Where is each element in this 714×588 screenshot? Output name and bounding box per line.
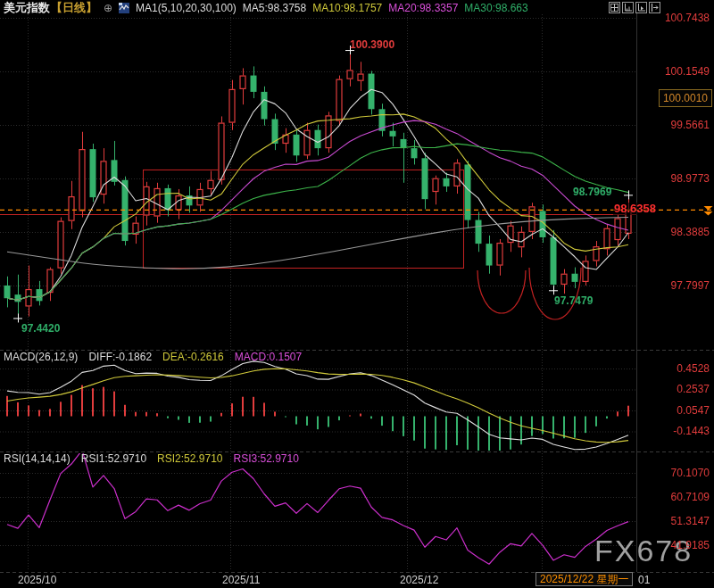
selected-date-box: 2025/12/22 星期一 (536, 572, 633, 586)
ma10-value-label: MA10:98.1757 (312, 2, 382, 14)
rsi2-value-label: RSI2:52.9710 (157, 452, 222, 465)
macd-axis-label: -0.1443 (673, 426, 710, 436)
chart-canvas[interactable] (0, 0, 714, 588)
rsi-axis-label: 51.3147 (671, 516, 710, 526)
exit-icon[interactable] (649, 2, 660, 13)
price-axis-label: 100.7438 (665, 12, 710, 23)
price-axis-label: 100.1549 (665, 66, 710, 77)
rsi-settings-label: RSI(14,14,14) (4, 452, 71, 465)
symbol-title: 美元指数 (4, 0, 50, 16)
rsi-title-row: RSI(14,14,14) RSI1:52.9710 RSI2:52.9710 … (4, 452, 299, 465)
price-marker-icon (703, 205, 713, 217)
chart-toolbar (609, 2, 660, 13)
period-selector[interactable]: 【日线】 (51, 0, 97, 16)
x-axis-suffix-label: 01 (638, 574, 650, 586)
chart-app: 美元指数 【日线】 ⊕ MA1(5,10,20,30,100) MA5:98.3… (0, 0, 714, 588)
rsi3-value-label: RSI3:52.9710 (234, 452, 299, 465)
x-axis-label: 2025/10 (18, 574, 56, 586)
price-axis-label: 97.7997 (671, 280, 710, 291)
macd-axis-label: 0.0547 (677, 405, 710, 416)
price-axis-label: 98.9773 (671, 173, 710, 184)
ma30-value-label: MA30:98.663 (464, 2, 527, 14)
circle-plus-icon[interactable]: ⊕ (104, 2, 112, 14)
first-low-annotation: 97.4420 (21, 323, 60, 335)
mini-chart-icon[interactable] (119, 3, 129, 13)
price-axis-label: 98.3885 (671, 227, 710, 237)
tile-windows-icon[interactable] (609, 2, 620, 13)
chart-play-icon[interactable] (635, 2, 647, 13)
macd-bar-label: MACD:0.1507 (235, 351, 302, 363)
macd-dea-label: DEA:-0.2616 (162, 351, 224, 363)
macd-diff-label: DIFF:-0.1862 (88, 351, 152, 363)
last-price-label: 98.6358 (613, 203, 657, 215)
high-price-annotation: 100.3900 (350, 39, 394, 51)
prev-close-price-box: 100.0010 (659, 89, 712, 107)
ma20-value-label: MA20:98.3357 (388, 2, 458, 14)
x-axis-label: 2025/11 (222, 574, 261, 586)
macd-settings-label: MACD(26,12,9) (4, 351, 78, 363)
rsi1-value-label: RSI1:52.9710 (81, 452, 146, 465)
header: 美元指数 【日线】 ⊕ MA1(5,10,20,30,100) MA5:98.3… (4, 1, 528, 14)
rsi-axis-label: 41.9185 (671, 540, 710, 551)
macd-title-row: MACD(26,12,9) DIFF:-0.1862 DEA:-0.2616 M… (4, 351, 302, 363)
axis-setup-icon[interactable] (622, 2, 634, 13)
rsi-axis-label: 70.1070 (671, 468, 710, 478)
ma-settings-label: MA1(5,10,20,30,100) (136, 2, 237, 14)
x-axis-label: 2025/12 (400, 574, 438, 586)
price-axis-label: 99.5661 (671, 120, 710, 130)
swing-high-annotation: 98.7969 (573, 186, 611, 198)
macd-axis-label: 0.2537 (677, 384, 710, 394)
ma5-value-label: MA5:98.3758 (243, 2, 306, 14)
rsi-axis-label: 60.7109 (671, 492, 710, 502)
second-low-annotation: 97.7479 (554, 295, 593, 307)
macd-axis-label: 0.4528 (677, 363, 710, 374)
